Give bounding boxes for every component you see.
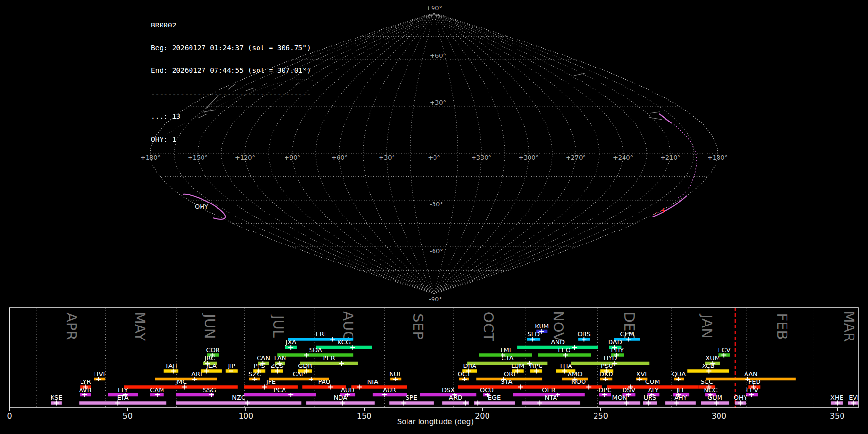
shower-peak-marker-mon: [624, 401, 629, 406]
shower-peak-marker-eri: [330, 337, 335, 342]
month-label-jul: JUL: [270, 314, 286, 338]
shower-peak-marker-leo: [563, 353, 568, 358]
shower-bar-sta: [458, 385, 556, 389]
shower-label-xum: XUM: [705, 354, 720, 362]
shower-bar-sda: [277, 353, 353, 357]
x-tick-label: 150: [357, 411, 372, 420]
shower-peak-marker-urs: [646, 401, 651, 406]
shower-label-ard: ARD: [449, 394, 462, 401]
shower-peak-marker-jmc: [182, 385, 187, 390]
shower-label-urs: URS: [644, 394, 657, 401]
shower-peak-marker-obs: [582, 337, 586, 342]
shower-label-eri: ERI: [316, 330, 326, 338]
shower-peak-marker-dpc: [602, 393, 607, 397]
shower-label-qua: QUA: [672, 370, 686, 378]
end-time: End: 20260127 07:44:55 (sol = 307.01°): [151, 67, 311, 75]
map-lat-label: -30°: [430, 201, 443, 208]
begin-time: Beg: 20260127 01:24:37 (sol = 306.75°): [151, 44, 311, 52]
shower-peak-marker-jea: [204, 369, 209, 374]
shower-peak-marker-tah: [171, 369, 176, 374]
month-label-feb: FEB: [774, 313, 790, 340]
shower-label-dra: DRA: [463, 362, 477, 369]
map-lat-label: +60°: [430, 52, 446, 59]
shower-label-jxa: JXA: [285, 339, 297, 346]
shower-label-spe: SPE: [406, 394, 417, 401]
shower-label-sld: SLD: [527, 330, 540, 338]
shower-label-ncc: NCC: [704, 386, 718, 393]
shower-label-kcg: KCG: [338, 339, 351, 346]
shower-label-jip: JIP: [228, 362, 236, 369]
month-label-aug: AUG: [340, 311, 356, 342]
shower-label-fan: FAN: [274, 354, 286, 362]
shower-peak-marker-nta: [537, 401, 542, 406]
month-label-nov: NOV: [550, 311, 567, 342]
shower-peak-marker-spe: [401, 401, 406, 406]
station-id: BR0002: [151, 22, 311, 29]
shower-bar-mon: [599, 401, 640, 405]
shower-bar-spe: [389, 401, 434, 405]
shower-label-evi: EVI: [849, 394, 859, 401]
sky-map-and-activity-chart: +90°-90°+60°+30°-30°-60°+180°+150°+120°+…: [0, 0, 868, 434]
shower-peak-marker-fev: [749, 393, 754, 397]
shower-label-cor: COR: [206, 346, 219, 353]
map-lat-label: -60°: [430, 247, 443, 255]
radiant-arc-solid-top: [659, 114, 671, 123]
shower-label-ehy: EHY: [611, 346, 624, 353]
shower-peak-marker-cap: [309, 377, 313, 381]
shower-label-nda: NDA: [334, 394, 348, 401]
shower-peak-marker-ege: [475, 401, 480, 406]
shower-peak-marker-xcb: [706, 369, 711, 374]
shower-label-gdr: GDR: [298, 362, 312, 369]
shower-bar-jmc: [124, 385, 238, 389]
map-lon-label: +240°: [613, 154, 633, 161]
shower-label-amo: AMO: [568, 370, 582, 378]
shower-label-eta: ETA: [117, 394, 129, 401]
shower-label-xhe: XHE: [830, 394, 843, 401]
sporadic-count: ...: 13: [151, 113, 311, 121]
map-lon-label: +270°: [566, 154, 586, 161]
shower-peak-marker-noo: [586, 385, 591, 390]
shower-label-lyr: LYR: [80, 378, 91, 385]
shower-peak-marker-zcs: [275, 369, 280, 374]
shower-peak-marker-qua: [676, 377, 681, 381]
shower-peak-marker-nda: [340, 401, 345, 406]
month-label-may: MAY: [132, 312, 148, 341]
shower-label-ari: ARI: [191, 370, 202, 378]
shower-peak-marker-per: [339, 361, 344, 366]
shower-peak-marker-pca: [288, 393, 293, 397]
shower-label-dad: DAD: [608, 339, 622, 346]
shower-peak-marker-lum: [515, 369, 520, 374]
shower-bar-nzc: [176, 401, 301, 405]
x-tick-label: 250: [593, 411, 608, 420]
shower-peak-marker-szc: [252, 377, 257, 381]
shower-peak-marker-sta: [518, 385, 523, 390]
shower-peak-marker-oct: [462, 377, 467, 381]
x-axis-title: Solar longitude (deg): [397, 418, 474, 426]
shower-peak-marker-rpu: [534, 369, 539, 374]
x-tick-label: 0: [7, 411, 12, 420]
shower-count: OHY: 1: [151, 136, 311, 144]
shower-peak-marker-dkd: [603, 377, 608, 381]
x-tick-label: 350: [830, 411, 845, 420]
shower-label-oct: OCT: [458, 370, 471, 378]
shower-label-dpc: DPC: [598, 386, 611, 393]
shower-label-tha: THA: [559, 362, 572, 369]
shower-peak-marker-ecv: [721, 353, 726, 358]
shower-peak-marker-evi: [851, 401, 856, 406]
shower-label-scc: SCC: [700, 378, 713, 385]
ohy-radiant-label: OHY: [195, 203, 208, 210]
shower-label-pau: PAU: [318, 378, 330, 385]
shower-label-szc: SZC: [248, 370, 261, 378]
shower-peak-marker-hyd: [612, 361, 617, 366]
shower-peak-marker-kse: [54, 401, 59, 406]
shower-peak-marker-xhe: [835, 401, 840, 406]
meteor-marker-dot: [654, 214, 655, 215]
shower-label-ahy: AHY: [674, 394, 687, 401]
shower-bar-nta: [522, 401, 580, 405]
shower-label-dkd: DKD: [599, 370, 613, 378]
shower-label-sta: STA: [501, 378, 512, 385]
shower-label-pps: PPS: [254, 362, 265, 369]
shower-peak-marker-hvi: [96, 377, 101, 381]
month-label-sep: SEP: [410, 313, 426, 339]
shower-label-ori: ORI: [504, 370, 515, 378]
